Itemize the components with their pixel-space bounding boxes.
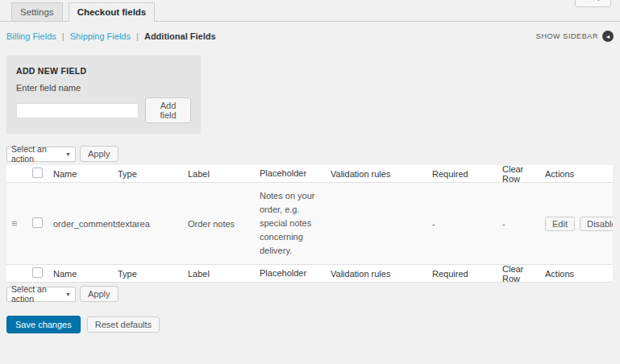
col-footer-required: Required [421, 269, 491, 279]
link-billing-fields[interactable]: Billing Fields [6, 31, 56, 41]
col-header-actions: Actions [545, 169, 613, 179]
col-footer-placeholder: Placeholder [260, 267, 331, 280]
table-row-order-comments: ≡ order_comments textarea Order notes No… [6, 183, 613, 264]
row-checkbox[interactable] [32, 217, 43, 228]
reset-defaults-button[interactable]: Reset defaults [87, 316, 160, 333]
apply-button-bottom[interactable]: Apply [80, 286, 119, 302]
field-name-label: Enter field name [16, 83, 191, 93]
disable-button[interactable]: Disable [580, 217, 613, 231]
apply-button[interactable]: Apply [80, 146, 119, 162]
help-button[interactable]: Help [575, 0, 611, 7]
table-header-row: Name Type Label Placeholder Validation r… [6, 165, 613, 183]
cell-type: textarea [118, 219, 188, 229]
sidebar-arrow-icon: ◄ [602, 31, 614, 42]
col-header-placeholder: Placeholder [260, 167, 331, 180]
submit-row: Save changes Reset defaults [6, 316, 620, 333]
drag-handle-icon[interactable]: ≡ [11, 218, 18, 229]
select-all-checkbox-footer[interactable] [32, 267, 43, 278]
select-all-checkbox[interactable] [32, 168, 43, 178]
show-sidebar-label: SHOW SIDEBAR [536, 32, 598, 40]
bulk-action-selected-value: Select an action [11, 284, 62, 304]
col-header-required: Required [421, 169, 491, 179]
breadcrumb-separator: | [62, 31, 64, 41]
tab-checkout-fields[interactable]: Checkout fields [69, 2, 156, 22]
col-header-validation: Validation rules [331, 169, 421, 179]
cell-label: Order notes [188, 219, 260, 229]
col-header-label: Label [188, 169, 260, 179]
tab-settings[interactable]: Settings [11, 2, 63, 21]
cell-name: order_comments [53, 219, 118, 229]
chevron-down-icon: ▼ [65, 151, 71, 157]
chevron-down-icon: ▼ [65, 292, 71, 297]
bulk-action-selected-value: Select an action [11, 144, 62, 163]
cell-clear-row: - [491, 219, 545, 229]
add-new-field-panel: ADD NEW FIELD Enter field name Add field [6, 56, 201, 134]
col-footer-label: Label [188, 269, 260, 279]
col-footer-type: Type [118, 269, 188, 279]
table-footer-row: Name Type Label Placeholder Validation r… [6, 264, 613, 282]
edit-button[interactable]: Edit [545, 217, 575, 231]
bulk-action-select-bottom[interactable]: Select an action ▼ [6, 287, 76, 302]
tab-bar: Settings Checkout fields [0, 0, 620, 22]
col-header-type: Type [118, 169, 188, 179]
add-field-button[interactable]: Add field [145, 97, 191, 123]
cell-required: - [421, 219, 491, 229]
col-header-name: Name [53, 169, 118, 179]
col-footer-clear-row: Clear Row [491, 264, 545, 283]
breadcrumb-current-additional-fields: Additional Fields [144, 31, 216, 41]
col-footer-name: Name [53, 269, 118, 279]
link-shipping-fields[interactable]: Shipping Fields [70, 31, 131, 41]
breadcrumb: Billing Fields | Shipping Fields | Addit… [6, 31, 216, 41]
col-header-clear-row: Clear Row [491, 164, 545, 184]
field-name-input[interactable] [16, 103, 139, 118]
breadcrumb-separator: | [136, 31, 139, 41]
save-changes-button[interactable]: Save changes [6, 316, 81, 333]
show-sidebar-toggle[interactable]: SHOW SIDEBAR ◄ [536, 31, 614, 42]
bulk-actions-top: Select an action ▼ Apply [6, 146, 620, 162]
panel-title: ADD NEW FIELD [16, 66, 191, 76]
checkout-fields-table: Name Type Label Placeholder Validation r… [6, 165, 613, 283]
col-footer-actions: Actions [545, 269, 613, 279]
col-footer-validation: Validation rules [331, 269, 421, 279]
subnav-row: Billing Fields | Shipping Fields | Addit… [0, 22, 620, 42]
bulk-action-select[interactable]: Select an action ▼ [6, 147, 76, 162]
cell-placeholder: Notes on your order, e.g. special notes … [260, 189, 331, 258]
bulk-actions-bottom: Select an action ▼ Apply [6, 286, 620, 302]
